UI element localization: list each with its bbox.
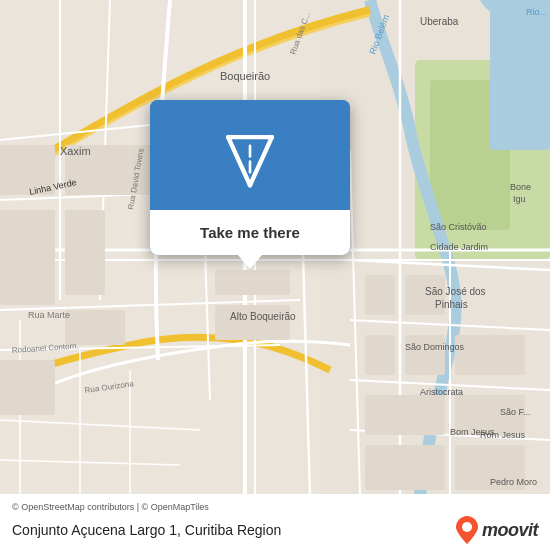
svg-rect-37 bbox=[405, 335, 445, 375]
svg-text:Pinhais: Pinhais bbox=[435, 299, 468, 310]
svg-rect-40 bbox=[365, 395, 445, 435]
popup-pointer bbox=[238, 255, 262, 269]
svg-rect-30 bbox=[0, 360, 55, 415]
svg-text:São Cristóvão: São Cristóvão bbox=[430, 222, 487, 232]
moovit-logo-text: moovit bbox=[482, 520, 538, 541]
svg-rect-31 bbox=[215, 270, 290, 295]
svg-text:São José dos: São José dos bbox=[425, 286, 486, 297]
road-icon bbox=[215, 124, 285, 194]
location-name: Conjunto Açucena Largo 1, Curitiba Regio… bbox=[12, 522, 281, 538]
svg-text:Rom Jesus: Rom Jesus bbox=[480, 430, 526, 440]
svg-line-68 bbox=[250, 137, 272, 185]
svg-text:Pedro Moro: Pedro Moro bbox=[490, 477, 537, 487]
svg-text:São F...: São F... bbox=[500, 407, 531, 417]
location-row: Conjunto Açucena Largo 1, Curitiba Regio… bbox=[12, 516, 538, 544]
svg-text:Uberaba: Uberaba bbox=[420, 16, 459, 27]
svg-text:Xaxim: Xaxim bbox=[60, 145, 91, 157]
attribution: © OpenStreetMap contributors | © OpenMap… bbox=[12, 502, 538, 512]
svg-text:Rua Marte: Rua Marte bbox=[28, 310, 70, 320]
svg-line-67 bbox=[228, 137, 250, 185]
svg-text:Boqueirão: Boqueirão bbox=[220, 70, 270, 82]
map-container: Xaxim Linha Verde Boqueirão Rua das C...… bbox=[0, 0, 550, 550]
svg-text:Rio...: Rio... bbox=[526, 7, 547, 17]
moovit-logo[interactable]: moovit bbox=[456, 516, 538, 544]
svg-text:Aristocrata: Aristocrata bbox=[420, 387, 463, 397]
svg-rect-26 bbox=[0, 210, 55, 305]
svg-rect-41 bbox=[365, 445, 445, 490]
svg-point-72 bbox=[462, 522, 472, 532]
svg-text:Igu: Igu bbox=[513, 194, 526, 204]
svg-rect-29 bbox=[65, 310, 125, 345]
bottom-bar: © OpenStreetMap contributors | © OpenMap… bbox=[0, 494, 550, 550]
svg-rect-28 bbox=[65, 210, 105, 295]
svg-text:São Domingos: São Domingos bbox=[405, 342, 465, 352]
popup-icon-area bbox=[150, 100, 350, 210]
svg-rect-36 bbox=[365, 335, 395, 375]
popup-card: Take me there bbox=[150, 100, 350, 255]
svg-text:Bone: Bone bbox=[510, 182, 531, 192]
svg-text:Alto Boqueirão: Alto Boqueirão bbox=[230, 311, 296, 322]
svg-rect-34 bbox=[365, 275, 395, 315]
svg-text:Cidade Jardim: Cidade Jardim bbox=[430, 242, 488, 252]
take-me-there-button[interactable]: Take me there bbox=[150, 210, 350, 255]
svg-rect-38 bbox=[455, 335, 525, 375]
moovit-pin-icon bbox=[456, 516, 478, 544]
